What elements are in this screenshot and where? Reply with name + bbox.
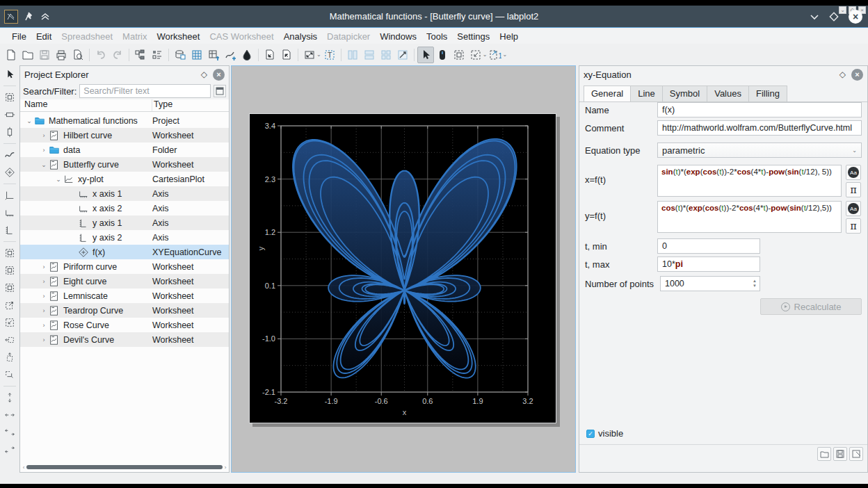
close-panel-icon[interactable]: ×	[213, 69, 225, 81]
new-spreadsheet-button[interactable]	[188, 47, 205, 63]
functions-pi-icon[interactable]: π	[846, 218, 861, 234]
column-header-name[interactable]: Name	[20, 99, 152, 111]
load-template-icon[interactable]	[817, 447, 831, 461]
auto-scale-x-button[interactable]	[2, 407, 17, 423]
menu-windows[interactable]: Windows	[375, 30, 421, 43]
new-project-button[interactable]	[3, 47, 19, 63]
tree-row-eight-curve[interactable]: ›Eight curveWorksheet	[20, 274, 229, 288]
butterfly-plot[interactable]: -3.2-1.9-0.60.61.93.23.42.31.20.1-1.0-2.…	[250, 114, 557, 424]
tree-row-teardrop-curve[interactable]: ›Teardrop CurveWorksheet	[20, 303, 229, 318]
constants-icon[interactable]: Aa	[846, 201, 861, 216]
zoom-fit-mode-button[interactable]	[467, 47, 484, 63]
menu-analysis[interactable]: Analysis	[279, 30, 322, 43]
expander-icon[interactable]: ›	[39, 307, 49, 314]
zoom-origin-button[interactable]	[2, 280, 17, 295]
float-panel-icon[interactable]: ◇	[201, 70, 207, 79]
zoom-fit-page-button[interactable]	[2, 298, 17, 313]
menu-file[interactable]: File	[7, 30, 31, 43]
toggle-project-explorer-button[interactable]	[132, 47, 149, 63]
add-x-axis-button[interactable]	[2, 205, 17, 220]
new-worksheet-button[interactable]	[222, 47, 239, 63]
tree-row-x-axis-2[interactable]: x axis 2Axis	[20, 201, 229, 215]
constants-icon[interactable]: Aa	[846, 165, 861, 180]
menu-edit[interactable]: Edit	[31, 30, 56, 43]
filter-options-icon[interactable]	[214, 85, 226, 97]
magnification-button[interactable]: 1	[487, 47, 504, 63]
break-layout-button[interactable]	[394, 47, 411, 63]
shift-left-x-button[interactable]	[2, 332, 17, 348]
tree-row-devil-s-curve[interactable]: ›Devil's CurveWorksheet	[20, 332, 229, 347]
add-xy-curve-button[interactable]	[2, 147, 17, 163]
tab-values[interactable]: Values	[707, 86, 749, 101]
zoom-y-select-button[interactable]	[2, 124, 17, 140]
expander-icon[interactable]: ›	[39, 132, 49, 139]
auto-scale-y-button[interactable]	[2, 390, 17, 405]
tree-row-hilbert-curve[interactable]: ›Hilbert curveWorksheet	[20, 128, 229, 143]
tree-row-rose-curve[interactable]: ›Rose CurveWorksheet	[20, 318, 229, 332]
close-icon[interactable]: ×	[849, 10, 862, 24]
tab-symbol[interactable]: Symbol	[662, 86, 707, 101]
zoom-fit-selection-button[interactable]	[2, 315, 17, 330]
close-panel-icon[interactable]: ×	[851, 69, 863, 81]
save-project-button[interactable]	[36, 47, 53, 63]
float-panel-icon[interactable]: ◇	[839, 70, 846, 79]
tmax-field[interactable]: 10*pi	[657, 257, 760, 272]
tree-row-f-x-[interactable]: f(x)XYEquationCurve	[20, 245, 229, 259]
shift-down-y-button[interactable]	[2, 367, 17, 382]
menu-tools[interactable]: Tools	[421, 30, 452, 43]
add-text-label-button[interactable]: T	[321, 47, 338, 63]
zoom-x-select-button[interactable]	[2, 107, 17, 122]
print-button[interactable]	[53, 47, 70, 63]
search-input[interactable]	[79, 84, 211, 98]
equation-type-select[interactable]: parametric⌄	[657, 143, 862, 158]
zoom-in-button[interactable]	[2, 245, 17, 261]
save-template-icon[interactable]	[833, 447, 847, 461]
tree-row-data[interactable]: ›dataFolder	[20, 143, 229, 157]
zoom-select-mode-button[interactable]	[451, 47, 467, 63]
add-axis-button[interactable]	[2, 188, 17, 203]
tree-row-xy-plot[interactable]: ⌄xy-plotCartesianPlot	[20, 172, 229, 186]
new-datapicker-button[interactable]	[239, 47, 255, 63]
tree-row-mathematical-functions[interactable]: ⌄Mathematical functionsProject	[20, 113, 229, 128]
undo-button[interactable]	[93, 47, 109, 63]
functions-pi-icon[interactable]: π	[846, 182, 861, 197]
redo-button[interactable]	[109, 47, 126, 63]
pin-icon[interactable]	[25, 12, 33, 22]
tab-line[interactable]: Line	[630, 86, 663, 101]
expander-icon[interactable]: ›	[39, 263, 49, 270]
select-button[interactable]	[2, 67, 17, 82]
menu-settings[interactable]: Settings	[452, 30, 495, 43]
tree-row-y-axis-2[interactable]: y axis 2Axis	[20, 230, 229, 245]
save-as-default-icon[interactable]	[849, 447, 863, 461]
tree-row-y-axis-1[interactable]: y axis 1Axis	[20, 215, 229, 230]
y-equation-field[interactable]: cos(t)*(exp(cos(t))-2*cos(4*t)-pow(sin(t…	[657, 201, 842, 233]
zoom-out-button[interactable]	[2, 263, 17, 278]
zoom-select-button[interactable]	[2, 90, 17, 105]
comment-field[interactable]: http://mathworld.wolfram.com/ButterflyCu…	[657, 120, 862, 136]
expander-icon[interactable]: ⌄	[54, 176, 63, 183]
expander-icon[interactable]: ⌄	[24, 117, 34, 124]
zoom-mode-button[interactable]	[301, 47, 318, 63]
grid-layout-button[interactable]	[378, 47, 394, 63]
expander-icon[interactable]: ›	[39, 147, 49, 154]
print-preview-button[interactable]	[70, 47, 86, 63]
expander-icon[interactable]: ›	[39, 322, 49, 329]
minimize-icon[interactable]	[810, 13, 819, 20]
shade-window-icon[interactable]	[40, 13, 50, 21]
open-project-button[interactable]	[19, 47, 36, 63]
add-equation-curve-button[interactable]	[2, 165, 17, 180]
export-button[interactable]	[278, 47, 295, 63]
maximize-icon[interactable]	[829, 12, 839, 22]
add-y-axis-button[interactable]	[2, 222, 17, 238]
auto-scale-2-button[interactable]	[2, 425, 17, 440]
toggle-properties-explorer-button[interactable]	[149, 47, 166, 63]
points-spinner[interactable]: 1000 ▲▼	[660, 276, 760, 291]
explorer-horizontal-scrollbar[interactable]: ‹›	[21, 463, 228, 471]
auto-scale-3-button[interactable]	[2, 442, 17, 457]
menu-worksheet[interactable]: Worksheet	[152, 30, 204, 43]
expander-icon[interactable]: ›	[39, 293, 49, 300]
tree-row-x-axis-1[interactable]: x axis 1Axis	[20, 186, 229, 201]
new-workbook-button[interactable]	[172, 47, 188, 63]
expander-icon[interactable]: ›	[39, 278, 49, 285]
name-field[interactable]: f(x)	[657, 102, 862, 117]
